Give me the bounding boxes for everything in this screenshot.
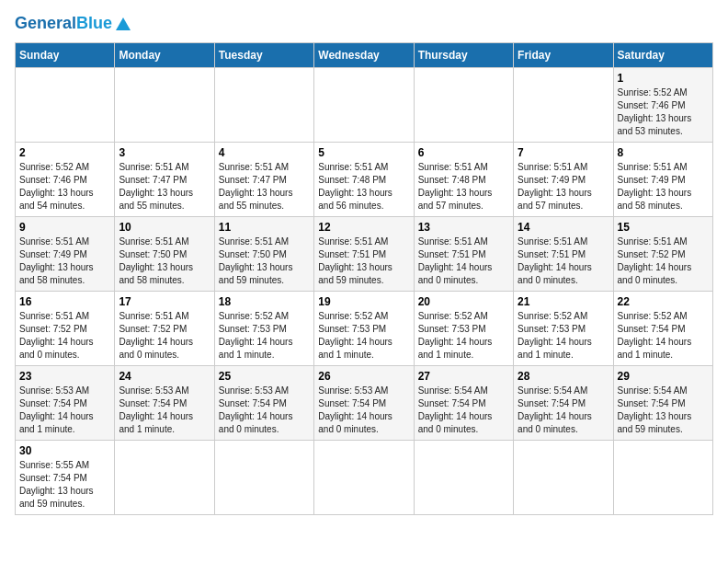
calendar-cell: 3Sunrise: 5:51 AM Sunset: 7:47 PM Daylig… (115, 142, 214, 216)
calendar-cell: 14Sunrise: 5:51 AM Sunset: 7:51 PM Dayli… (514, 216, 613, 291)
calendar-cell: 26Sunrise: 5:53 AM Sunset: 7:54 PM Dayli… (314, 365, 414, 440)
calendar-cell: 25Sunrise: 5:53 AM Sunset: 7:54 PM Dayli… (214, 365, 313, 440)
day-number: 6 (418, 146, 509, 159)
calendar-cell: 21Sunrise: 5:52 AM Sunset: 7:53 PM Dayli… (514, 291, 613, 365)
calendar-cell: 1Sunrise: 5:52 AM Sunset: 7:46 PM Daylig… (613, 67, 712, 142)
day-number: 19 (318, 295, 409, 308)
calendar-cell: 10Sunrise: 5:51 AM Sunset: 7:50 PM Dayli… (115, 216, 214, 291)
calendar-cell: 6Sunrise: 5:51 AM Sunset: 7:48 PM Daylig… (414, 142, 513, 216)
calendar-cell: 16Sunrise: 5:51 AM Sunset: 7:52 PM Dayli… (16, 291, 115, 365)
day-info: Sunrise: 5:51 AM Sunset: 7:51 PM Dayligh… (418, 236, 509, 287)
calendar-week-row: 23Sunrise: 5:53 AM Sunset: 7:54 PM Dayli… (16, 365, 713, 440)
calendar-cell: 11Sunrise: 5:51 AM Sunset: 7:50 PM Dayli… (214, 216, 313, 291)
calendar-week-row: 30Sunrise: 5:55 AM Sunset: 7:54 PM Dayli… (16, 440, 713, 514)
day-info: Sunrise: 5:51 AM Sunset: 7:47 PM Dayligh… (119, 161, 210, 213)
calendar-cell: 29Sunrise: 5:54 AM Sunset: 7:54 PM Dayli… (613, 365, 712, 440)
calendar-cell (214, 67, 313, 142)
day-info: Sunrise: 5:51 AM Sunset: 7:52 PM Dayligh… (19, 310, 110, 362)
calendar-week-row: 1Sunrise: 5:52 AM Sunset: 7:46 PM Daylig… (16, 67, 713, 142)
day-number: 3 (119, 146, 210, 159)
day-info: Sunrise: 5:52 AM Sunset: 7:53 PM Dayligh… (219, 310, 310, 362)
calendar-cell: 8Sunrise: 5:51 AM Sunset: 7:49 PM Daylig… (613, 142, 712, 216)
day-info: Sunrise: 5:52 AM Sunset: 7:46 PM Dayligh… (618, 86, 709, 138)
calendar-cell: 20Sunrise: 5:52 AM Sunset: 7:53 PM Dayli… (414, 291, 513, 365)
weekday-tuesday: Tuesday (214, 42, 313, 67)
calendar-cell (514, 440, 613, 514)
day-info: Sunrise: 5:51 AM Sunset: 7:51 PM Dayligh… (518, 236, 609, 287)
calendar-cell: 2Sunrise: 5:52 AM Sunset: 7:46 PM Daylig… (16, 142, 115, 216)
calendar-cell (16, 67, 115, 142)
weekday-sunday: Sunday (16, 42, 115, 67)
logo: GeneralBlue (15, 15, 131, 33)
day-number: 22 (618, 295, 709, 308)
calendar-cell (314, 440, 414, 514)
logo-general: General (15, 14, 76, 32)
day-info: Sunrise: 5:51 AM Sunset: 7:49 PM Dayligh… (518, 161, 609, 213)
calendar-cell: 7Sunrise: 5:51 AM Sunset: 7:49 PM Daylig… (514, 142, 613, 216)
day-number: 26 (318, 370, 409, 383)
day-number: 2 (19, 146, 110, 159)
day-number: 29 (618, 370, 709, 383)
day-info: Sunrise: 5:51 AM Sunset: 7:49 PM Dayligh… (618, 161, 709, 213)
calendar-cell (314, 67, 414, 142)
day-number: 27 (418, 370, 509, 383)
day-info: Sunrise: 5:52 AM Sunset: 7:53 PM Dayligh… (418, 310, 509, 362)
day-number: 5 (318, 146, 409, 159)
weekday-thursday: Thursday (414, 42, 513, 67)
day-info: Sunrise: 5:54 AM Sunset: 7:54 PM Dayligh… (418, 385, 509, 436)
day-info: Sunrise: 5:51 AM Sunset: 7:50 PM Dayligh… (119, 236, 210, 287)
weekday-friday: Friday (514, 42, 613, 67)
day-number: 9 (19, 221, 110, 234)
calendar-cell: 28Sunrise: 5:54 AM Sunset: 7:54 PM Dayli… (514, 365, 613, 440)
day-number: 18 (219, 295, 310, 308)
day-info: Sunrise: 5:53 AM Sunset: 7:54 PM Dayligh… (19, 385, 110, 436)
calendar-cell: 9Sunrise: 5:51 AM Sunset: 7:49 PM Daylig… (16, 216, 115, 291)
calendar-cell: 23Sunrise: 5:53 AM Sunset: 7:54 PM Dayli… (16, 365, 115, 440)
day-number: 14 (518, 221, 609, 234)
day-number: 4 (219, 146, 310, 159)
calendar-table: SundayMondayTuesdayWednesdayThursdayFrid… (15, 42, 713, 515)
day-info: Sunrise: 5:51 AM Sunset: 7:50 PM Dayligh… (219, 236, 310, 287)
calendar-cell: 27Sunrise: 5:54 AM Sunset: 7:54 PM Dayli… (414, 365, 513, 440)
day-info: Sunrise: 5:51 AM Sunset: 7:48 PM Dayligh… (318, 161, 409, 213)
calendar-week-row: 9Sunrise: 5:51 AM Sunset: 7:49 PM Daylig… (16, 216, 713, 291)
day-number: 25 (219, 370, 310, 383)
calendar-header: SundayMondayTuesdayWednesdayThursdayFrid… (16, 42, 713, 67)
day-number: 15 (618, 221, 709, 234)
weekday-monday: Monday (115, 42, 214, 67)
calendar-cell: 24Sunrise: 5:53 AM Sunset: 7:54 PM Dayli… (115, 365, 214, 440)
calendar-cell (613, 440, 712, 514)
day-info: Sunrise: 5:52 AM Sunset: 7:53 PM Dayligh… (518, 310, 609, 362)
day-info: Sunrise: 5:52 AM Sunset: 7:54 PM Dayligh… (618, 310, 709, 362)
calendar-cell: 17Sunrise: 5:51 AM Sunset: 7:52 PM Dayli… (115, 291, 214, 365)
day-number: 24 (119, 370, 210, 383)
day-number: 30 (19, 444, 110, 457)
page-header: GeneralBlue (15, 15, 713, 33)
calendar-cell: 13Sunrise: 5:51 AM Sunset: 7:51 PM Dayli… (414, 216, 513, 291)
calendar-cell: 12Sunrise: 5:51 AM Sunset: 7:51 PM Dayli… (314, 216, 414, 291)
day-number: 12 (318, 221, 409, 234)
day-number: 1 (618, 72, 709, 85)
calendar-cell: 4Sunrise: 5:51 AM Sunset: 7:47 PM Daylig… (214, 142, 313, 216)
calendar-cell: 30Sunrise: 5:55 AM Sunset: 7:54 PM Dayli… (16, 440, 115, 514)
day-number: 23 (19, 370, 110, 383)
calendar-cell (414, 440, 513, 514)
day-info: Sunrise: 5:53 AM Sunset: 7:54 PM Dayligh… (219, 385, 310, 436)
day-info: Sunrise: 5:51 AM Sunset: 7:48 PM Dayligh… (418, 161, 509, 213)
day-info: Sunrise: 5:53 AM Sunset: 7:54 PM Dayligh… (119, 385, 210, 436)
day-info: Sunrise: 5:52 AM Sunset: 7:46 PM Dayligh… (19, 161, 110, 213)
calendar-cell (115, 440, 214, 514)
weekday-header-row: SundayMondayTuesdayWednesdayThursdayFrid… (16, 42, 713, 67)
calendar-body: 1Sunrise: 5:52 AM Sunset: 7:46 PM Daylig… (16, 67, 713, 514)
day-number: 17 (119, 295, 210, 308)
day-info: Sunrise: 5:51 AM Sunset: 7:52 PM Dayligh… (119, 310, 210, 362)
calendar-cell: 5Sunrise: 5:51 AM Sunset: 7:48 PM Daylig… (314, 142, 414, 216)
day-number: 8 (618, 146, 709, 159)
calendar-cell (414, 67, 513, 142)
logo-text: GeneralBlue (15, 15, 112, 33)
day-info: Sunrise: 5:52 AM Sunset: 7:53 PM Dayligh… (318, 310, 409, 362)
day-number: 20 (418, 295, 509, 308)
day-info: Sunrise: 5:53 AM Sunset: 7:54 PM Dayligh… (318, 385, 409, 436)
calendar-week-row: 16Sunrise: 5:51 AM Sunset: 7:52 PM Dayli… (16, 291, 713, 365)
day-number: 21 (518, 295, 609, 308)
